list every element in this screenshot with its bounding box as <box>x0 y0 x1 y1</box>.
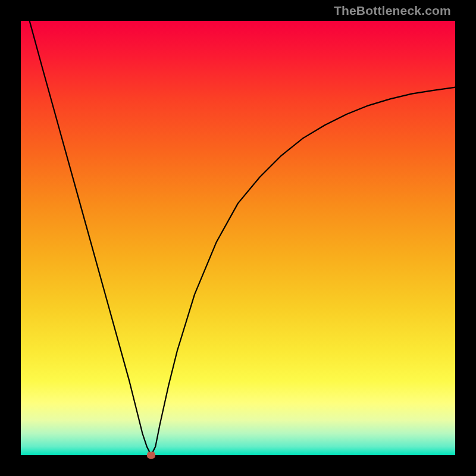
bottleneck-curve <box>21 21 455 455</box>
chart-frame: TheBottleneck.com <box>0 0 476 476</box>
plot-area <box>21 21 455 455</box>
watermark-text: TheBottleneck.com <box>334 4 451 18</box>
minimum-point-marker <box>147 452 155 459</box>
